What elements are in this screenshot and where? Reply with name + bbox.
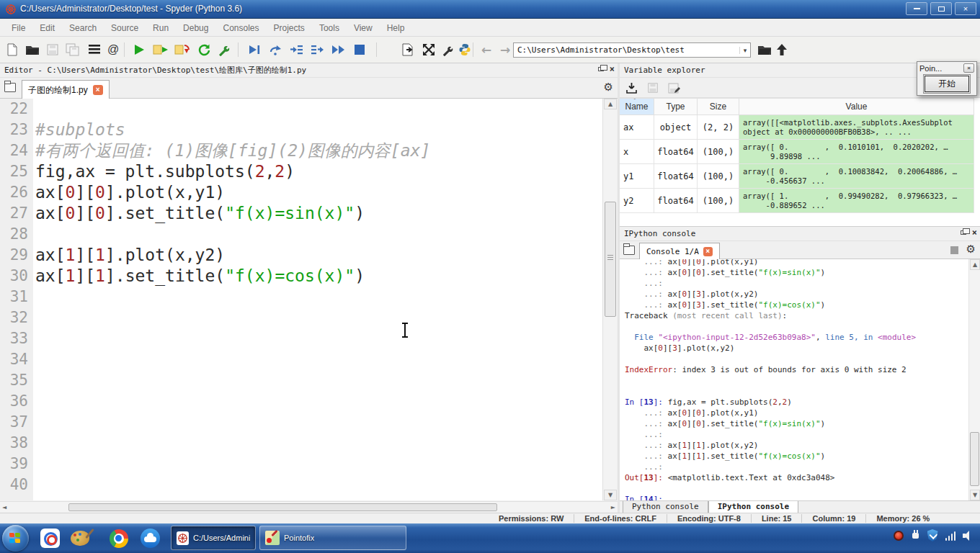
console-output[interactable]: ...: ax[0][0].plot(x,y1) ...: ax[0][0].s… [620, 259, 968, 500]
variable-value[interactable]: array([[<matplotlib.axes._subplots.AxesS… [739, 115, 974, 140]
open-directory-icon[interactable] [755, 40, 774, 59]
menu-consoles[interactable]: Consoles [215, 19, 266, 37]
close-tab-icon[interactable]: × [703, 247, 713, 256]
console-tab[interactable]: Console 1/A × [639, 243, 720, 259]
palette-icon[interactable] [69, 528, 90, 549]
save-icon[interactable] [43, 40, 62, 59]
close-tab-icon[interactable]: × [93, 85, 103, 95]
variable-size[interactable]: (2, 2) [698, 115, 739, 140]
re-run-icon[interactable] [195, 40, 213, 59]
variable-name[interactable]: y1 [620, 164, 654, 189]
variable-size[interactable]: (100,) [698, 140, 739, 164]
editor-code-area[interactable]: #subplots#有两个返回值: (1)图像[fig](2)图像的内容[ax]… [33, 99, 602, 500]
close-pane-icon[interactable]: × [610, 66, 615, 73]
variable-type[interactable]: float64 [654, 164, 698, 189]
tools-icon[interactable] [438, 40, 457, 59]
signal-icon[interactable] [945, 531, 956, 541]
column-header-value[interactable]: Value [739, 98, 974, 115]
variable-size[interactable]: (100,) [698, 189, 739, 213]
step-into-icon[interactable] [287, 40, 306, 59]
power-icon[interactable] [911, 530, 920, 541]
sunlogin-icon[interactable] [40, 528, 61, 549]
editor-file-tab[interactable]: 子图的绘制1.py × [22, 80, 110, 99]
variable-type[interactable]: float64 [654, 140, 698, 164]
pointofix-close-icon[interactable]: × [963, 63, 974, 73]
menu-source[interactable]: Source [104, 19, 146, 37]
menu-run[interactable]: Run [146, 19, 176, 37]
import-data-icon[interactable] [623, 79, 640, 96]
record-icon[interactable] [894, 531, 904, 541]
column-header-type[interactable]: Type [654, 98, 698, 115]
tab-python-console[interactable]: Python console [623, 501, 708, 513]
step-over-icon[interactable] [266, 40, 285, 59]
editor-horizontal-scrollbar[interactable]: ◄ ► [0, 501, 618, 512]
menu-help[interactable]: Help [380, 19, 412, 37]
close-pane-icon[interactable]: × [972, 229, 977, 236]
variable-value[interactable]: array([ 0. , 0.10083842, 0.20064886, … -… [739, 164, 974, 189]
pointofix-titlebar[interactable]: Poin... × [917, 62, 976, 74]
menu-search[interactable]: Search [62, 19, 104, 37]
variable-value[interactable]: array([ 1. , 0.99490282, 0.97966323, … -… [739, 189, 974, 213]
column-header-name[interactable]: Nameˆ [620, 98, 654, 115]
configure-icon[interactable] [215, 40, 233, 59]
fullscreen-icon[interactable] [419, 40, 438, 59]
scroll-down-icon[interactable]: ▼ [970, 490, 980, 500]
run-icon[interactable] [130, 40, 148, 59]
step-return-icon[interactable] [308, 40, 326, 59]
editor-vertical-scrollbar[interactable]: ▲ ▼ [602, 99, 617, 500]
menu-view[interactable]: View [347, 19, 380, 37]
scrollbar-thumb[interactable] [605, 202, 616, 317]
editor-options-gear-icon[interactable]: ⚙ [604, 82, 613, 93]
browse-tabs-icon[interactable] [623, 246, 635, 255]
scrollbar-thumb[interactable] [68, 503, 497, 511]
start-button[interactable] [2, 525, 29, 552]
menu-projects[interactable]: Projects [267, 19, 312, 37]
menu-edit[interactable]: Edit [32, 19, 62, 37]
close-button[interactable]: × [955, 2, 976, 15]
scroll-up-icon[interactable]: ▲ [604, 99, 617, 109]
scroll-up-icon[interactable]: ▲ [970, 259, 980, 270]
save-all-icon[interactable] [63, 40, 82, 59]
pointofix-window[interactable]: Poin... × 开始 [917, 61, 977, 96]
back-icon[interactable]: ← [477, 40, 496, 59]
chevron-down-icon[interactable]: ▾ [739, 47, 750, 54]
save-data-icon[interactable] [644, 79, 662, 96]
scroll-right-icon[interactable]: ► [611, 504, 615, 511]
continue-icon[interactable] [329, 40, 347, 59]
open-file-icon[interactable] [23, 40, 42, 59]
menu-debug[interactable]: Debug [176, 19, 215, 37]
tab-ipython-console[interactable]: IPython console [708, 501, 798, 513]
maximize-button[interactable] [930, 2, 952, 15]
variable-table[interactable]: NameˆTypeSizeValueaxobject(2, 2)array([[… [620, 98, 980, 227]
pointofix-start-button[interactable]: 开始 [925, 76, 969, 92]
forward-icon[interactable]: → [496, 40, 514, 59]
shield-icon[interactable] [927, 529, 938, 541]
minimize-button[interactable] [906, 2, 927, 15]
variable-type[interactable]: object [654, 115, 698, 140]
run-cell-icon[interactable] [151, 40, 170, 59]
variable-name[interactable]: y2 [620, 189, 654, 213]
scroll-down-icon[interactable]: ▼ [604, 490, 617, 500]
save-data-as-icon[interactable] [666, 79, 683, 96]
variable-value[interactable]: array([ 0. , 0.1010101, 0.2020202, … 9.8… [739, 140, 974, 164]
scrollbar-thumb[interactable] [970, 432, 979, 486]
menu-file[interactable]: File [4, 19, 32, 37]
new-file-icon[interactable] [3, 40, 22, 59]
symbol-finder-icon[interactable]: @ [104, 40, 122, 59]
volume-icon[interactable] [963, 530, 974, 541]
scroll-left-icon[interactable]: ◄ [2, 504, 6, 511]
interrupt-kernel-icon[interactable] [950, 246, 958, 254]
menu-tools[interactable]: Tools [312, 19, 347, 37]
variable-size[interactable]: (100,) [698, 164, 739, 189]
debug-icon[interactable] [245, 40, 264, 59]
save-session-icon[interactable] [398, 40, 417, 59]
variable-name[interactable]: x [620, 140, 654, 164]
working-directory-combobox[interactable]: C:\Users\Administrator\Desktop\test ▾ [513, 42, 751, 58]
title-bar[interactable]: C:/Users/Administrator/Desktop/test - Sp… [0, 0, 980, 19]
file-switcher-icon[interactable] [85, 40, 104, 59]
parent-directory-icon[interactable] [772, 40, 791, 59]
variable-type[interactable]: float64 [654, 189, 698, 213]
taskbar-button-spyder[interactable]: C:/Users/Admini... [171, 526, 256, 550]
undock-icon[interactable] [598, 67, 604, 71]
undock-icon[interactable] [961, 230, 966, 235]
